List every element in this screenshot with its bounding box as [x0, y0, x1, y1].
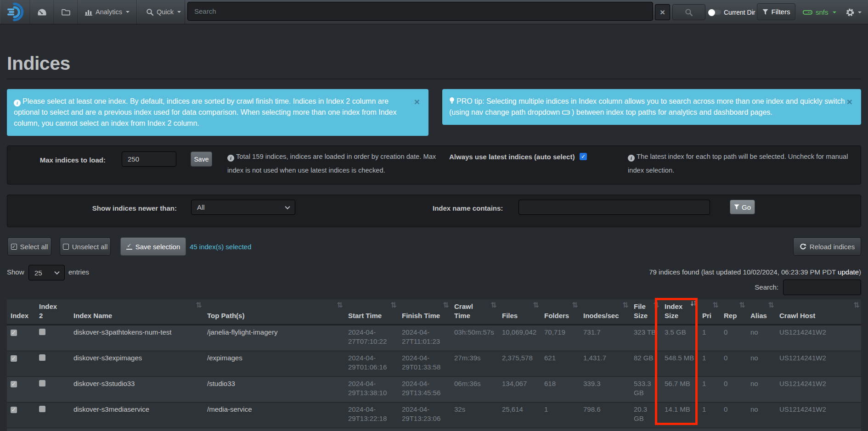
- col-finish-time[interactable]: Finish Time⇅: [398, 299, 451, 325]
- pri-cell: 1: [699, 325, 720, 351]
- index-checkbox-cell: [7, 325, 35, 351]
- sort-icon[interactable]: ⇅: [654, 301, 659, 310]
- index-checkbox[interactable]: [11, 381, 17, 387]
- col-files[interactable]: Files⇅: [498, 299, 541, 325]
- quick-search-icon: [146, 8, 154, 16]
- finish-cell: 2024-04-29T01:33:58: [398, 351, 451, 377]
- newer-than-label: Show indices newer than:: [7, 203, 177, 213]
- current-dir-toggle[interactable]: [708, 9, 721, 15]
- go-filter-icon: [734, 204, 739, 210]
- settings-caret-icon: [858, 11, 862, 13]
- newer-than-select[interactable]: All: [191, 200, 295, 215]
- col-index-size[interactable]: Index Size: [661, 299, 699, 325]
- index2-checkbox[interactable]: [39, 380, 45, 386]
- host-cell: US1214241W2: [776, 403, 861, 428]
- select-all-button[interactable]: ✓Select all: [7, 237, 51, 256]
- col-top-paths[interactable]: Top Path(s)⇅: [203, 299, 344, 325]
- index2-checkbox[interactable]: [39, 406, 45, 412]
- selected-count-link[interactable]: 45 index(s) selected: [190, 237, 251, 256]
- col-folders[interactable]: Folders⇅: [541, 299, 580, 325]
- table-row: diskover-s3mediaservice/media-service202…: [7, 403, 861, 428]
- crawl-cell: 03h:50m:57s: [451, 325, 498, 351]
- sort-icon[interactable]: ⇅: [713, 301, 719, 310]
- col-rep[interactable]: Rep⇅: [720, 299, 747, 325]
- reload-indices-button[interactable]: Reload indices: [793, 237, 861, 256]
- search-input[interactable]: [187, 2, 653, 21]
- fsize-cell: 533.3 GB: [630, 377, 661, 403]
- top-path-cell: [203, 428, 344, 431]
- alias-cell: no: [747, 351, 776, 377]
- index2-checkbox[interactable]: [39, 354, 45, 361]
- col-index-name[interactable]: Index Name⇅: [70, 299, 203, 325]
- sort-icon[interactable]: ⇅: [391, 301, 397, 310]
- sort-icon[interactable]: ⇅: [533, 301, 539, 310]
- col-crawl-time[interactable]: Crawl Time⇅: [451, 299, 498, 325]
- top-navbar: Analytics Quick × Current Dir Filters sn…: [0, 0, 868, 24]
- search-submit-button[interactable]: [672, 4, 705, 20]
- rep-cell: 0: [720, 377, 747, 403]
- index-checkbox[interactable]: [11, 355, 17, 362]
- max-indices-input[interactable]: [122, 151, 176, 167]
- latest-indices-checkbox[interactable]: [580, 153, 587, 160]
- rep-cell: 0: [720, 325, 747, 351]
- folder-icon: [61, 8, 71, 16]
- info-icon: i: [628, 155, 635, 162]
- diskover-logo[interactable]: [0, 0, 30, 24]
- nav-settings-menu[interactable]: [845, 0, 862, 24]
- diskover-logo-icon: [6, 2, 28, 22]
- col-file-size[interactable]: File Size⇅: [630, 299, 661, 325]
- filters-button[interactable]: Filters: [757, 3, 795, 20]
- alias-cell: no: [747, 403, 776, 428]
- index-name-cell: [70, 428, 203, 431]
- table-search-input[interactable]: [783, 280, 861, 295]
- alert1-close-icon[interactable]: ×: [414, 97, 420, 106]
- col-index2[interactable]: Index 2: [35, 299, 70, 325]
- nav-host-menu[interactable]: snfs: [803, 0, 836, 24]
- sort-icon[interactable]: ⇅: [196, 301, 202, 310]
- save-max-indices-button[interactable]: Save: [191, 151, 212, 167]
- pri-cell: 1: [699, 403, 720, 428]
- sort-icon[interactable]: ⇅: [739, 301, 745, 310]
- update-link[interactable]: update: [838, 268, 859, 276]
- info-circle-icon: i: [14, 100, 21, 106]
- col-alias[interactable]: Alias⇅: [747, 299, 776, 325]
- col-pri[interactable]: Pri⇅: [699, 299, 720, 325]
- save-selection-button[interactable]: ✓Save selection: [120, 237, 186, 256]
- table-row: [7, 428, 861, 431]
- index-checkbox[interactable]: [11, 330, 17, 336]
- sort-icon[interactable]: ⇅: [491, 301, 497, 310]
- col-inodes-sec[interactable]: Inodes/sec⇅: [580, 299, 630, 325]
- go-button[interactable]: Go: [730, 200, 755, 214]
- fsize-cell: 82 GB: [630, 351, 661, 377]
- sort-desc-icon[interactable]: [690, 301, 697, 307]
- col-crawl-host[interactable]: Crawl Host⇅: [776, 299, 861, 325]
- col-index[interactable]: Index: [7, 299, 35, 325]
- col-start-time[interactable]: Start Time⇅: [344, 299, 398, 325]
- pri-cell: 1: [699, 351, 720, 377]
- files-cell: 10,069,042: [498, 325, 541, 351]
- nav-dashboard-item[interactable]: [30, 0, 54, 24]
- start-cell: 2024-04-27T07:10:22: [344, 325, 398, 351]
- name-contains-label: Index name contains:: [433, 203, 503, 213]
- index-checkbox[interactable]: [11, 407, 17, 413]
- page-title: Indices: [7, 53, 861, 74]
- nav-quick-menu[interactable]: Quick: [137, 0, 185, 24]
- name-contains-input[interactable]: [519, 200, 710, 215]
- index2-checkbox[interactable]: [39, 329, 45, 335]
- alert2-close-icon[interactable]: ×: [847, 97, 852, 106]
- sort-icon[interactable]: ⇅: [768, 301, 774, 310]
- crawl-cell: [451, 428, 498, 431]
- nav-analytics-menu[interactable]: Analytics: [78, 0, 137, 24]
- sort-icon[interactable]: ⇅: [337, 301, 343, 310]
- indices-table: Index Index 2 Index Name⇅ Top Path(s)⇅ S…: [7, 299, 861, 431]
- inodes-cell: [580, 428, 630, 431]
- sort-icon[interactable]: ⇅: [572, 301, 578, 310]
- page-size-select[interactable]: 25: [28, 265, 65, 280]
- unselect-all-button[interactable]: Unselect all: [60, 237, 111, 256]
- index-checkbox-cell: [7, 403, 35, 428]
- sort-icon[interactable]: ⇅: [854, 301, 860, 310]
- sort-icon[interactable]: ⇅: [443, 301, 449, 310]
- sort-icon[interactable]: ⇅: [623, 301, 629, 310]
- search-clear-button[interactable]: ×: [655, 4, 670, 20]
- nav-filetree-item[interactable]: [54, 0, 78, 24]
